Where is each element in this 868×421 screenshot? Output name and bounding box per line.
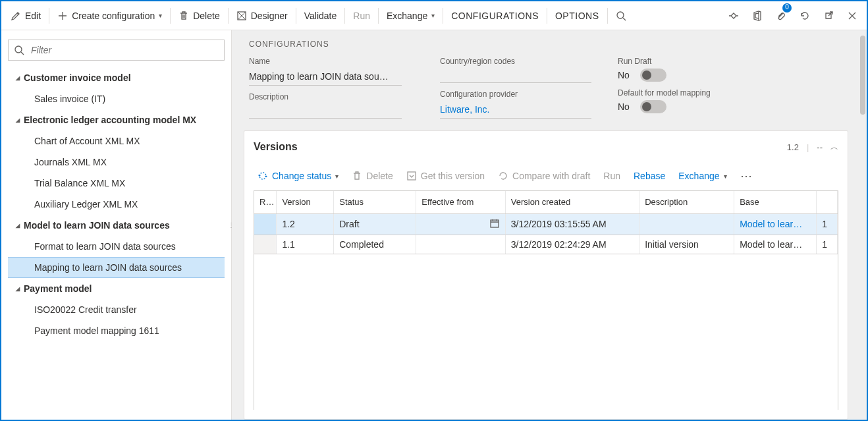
tree-label: Customer invoice model — [24, 72, 131, 83]
office-button[interactable] — [746, 1, 769, 30]
cell-effective[interactable] — [416, 213, 506, 235]
office-icon — [752, 11, 763, 21]
tree-parent[interactable]: ◢Customer invoice model — [8, 67, 225, 88]
tree-child[interactable]: Mapping to learn JOIN data sources — [8, 257, 225, 278]
name-value[interactable]: Mapping to learn JOIN data sou… — [249, 69, 402, 86]
tree-child[interactable]: Journals XML MX — [8, 152, 225, 173]
tree-child[interactable]: Sales invoice (IT) — [8, 88, 225, 109]
rebase-button[interactable]: Rebase — [628, 168, 670, 184]
tree-child[interactable]: Auxiliary Ledger XML MX — [8, 194, 225, 215]
description-value[interactable] — [249, 104, 402, 119]
trash-icon — [178, 11, 189, 21]
caret-icon: ◢ — [12, 223, 24, 229]
tree-parent[interactable]: ◢Electronic ledger accounting model MX — [8, 109, 225, 130]
column-header[interactable]: Status — [334, 191, 416, 213]
tree-label: Auxiliary Ledger XML MX — [34, 199, 138, 210]
default-mapping-toggle[interactable] — [640, 100, 666, 113]
column-header[interactable]: Effective from — [416, 191, 506, 213]
cell-description — [639, 213, 734, 235]
svg-rect-4 — [491, 220, 499, 227]
configurations-menu[interactable]: CONFIGURATIONS — [445, 1, 545, 30]
cell-r — [254, 213, 277, 235]
exchange-button[interactable]: Exchange ▾ — [380, 1, 441, 30]
tree-child[interactable]: Trial Balance XML MX — [8, 173, 225, 194]
run-draft-field: Run Draft No — [618, 57, 789, 82]
caret-icon: ◢ — [12, 117, 24, 123]
cell-base: Model to lear… — [734, 235, 817, 254]
default-mapping-field: Default for model mapping No — [618, 88, 789, 113]
delete-button[interactable]: Delete — [172, 1, 226, 30]
run-button: Run — [346, 1, 377, 30]
cell-version: 1.2 — [277, 213, 334, 235]
section-title: CONFIGURATIONS — [249, 40, 855, 49]
chevron-down-icon: ▾ — [159, 12, 162, 19]
tree-label: Trial Balance XML MX — [34, 178, 125, 188]
column-header[interactable]: Version created — [505, 191, 639, 213]
table-row[interactable]: 1.1Completed3/12/2019 02:24:29 AMInitial… — [254, 235, 838, 254]
more-button[interactable]: ⋯ — [735, 169, 759, 183]
diamond-link-icon — [728, 11, 739, 21]
table-row[interactable]: 1.2Draft3/12/2019 03:15:55 AMModel to le… — [254, 213, 838, 235]
caret-icon: ◢ — [12, 75, 24, 81]
tree-label: ISO20022 Credit transfer — [34, 304, 137, 315]
tree-child[interactable]: Payment model mapping 1611 — [8, 320, 225, 341]
designer-icon — [236, 11, 247, 21]
version-exchange-button[interactable]: Exchange ▾ — [673, 168, 732, 184]
provider-link[interactable]: Litware, Inc. — [440, 101, 591, 119]
column-header[interactable] — [817, 191, 838, 213]
svg-point-1 — [617, 12, 624, 18]
validate-button[interactable]: Validate — [298, 1, 344, 30]
tree-child[interactable]: Chart of Account XML MX — [8, 130, 225, 152]
cell-basev: 1 — [817, 213, 838, 235]
refresh-icon — [800, 11, 810, 21]
tree-label: Payment model mapping 1611 — [34, 325, 159, 336]
versions-toolbar: Change status ▾ Delete Get this version … — [244, 163, 848, 190]
country-field: Country/region codes — [440, 57, 591, 83]
edit-button[interactable]: Edit — [4, 1, 47, 30]
pencil-icon — [11, 11, 21, 21]
filter-box[interactable] — [8, 40, 225, 61]
options-menu[interactable]: OPTIONS — [549, 1, 606, 30]
scrollbar[interactable] — [859, 36, 865, 420]
run-draft-toggle[interactable] — [640, 69, 666, 82]
versions-grid: R…VersionStatusEffective fromVersion cre… — [254, 190, 838, 410]
attachments-badge: 0 — [782, 3, 792, 13]
tree-child[interactable]: Format to learn JOIN data sources — [8, 236, 225, 257]
column-header[interactable]: Base — [734, 191, 817, 213]
chevron-down-icon: ▾ — [724, 173, 727, 180]
column-header[interactable]: Version — [277, 191, 334, 213]
country-value[interactable] — [440, 69, 591, 83]
tree-label: Journals XML MX — [34, 157, 107, 167]
connector-icon-button[interactable] — [722, 1, 746, 30]
tree-label: Chart of Account XML MX — [34, 136, 140, 146]
designer-button[interactable]: Designer — [230, 1, 294, 30]
create-configuration-button[interactable]: Create configuration ▾ — [51, 1, 169, 30]
name-field: Name Mapping to learn JOIN data sou… — [249, 57, 414, 86]
versions-panel: Versions 1.2 | -- ︿ Change status ▾ Dele… — [244, 130, 848, 420]
popout-button[interactable] — [817, 1, 840, 30]
versions-dash: -- — [817, 142, 823, 152]
splitter-handle[interactable]: ⋮ — [228, 224, 234, 227]
column-header[interactable]: Description — [639, 191, 734, 213]
tree-parent[interactable]: ◢Model to learn JOIN data sources — [8, 215, 225, 236]
search-button[interactable] — [609, 1, 633, 30]
cell-base[interactable]: Model to lear… — [734, 213, 817, 235]
change-status-button[interactable]: Change status ▾ — [252, 168, 344, 184]
cell-effective[interactable] — [416, 235, 506, 254]
cycle-icon — [258, 171, 268, 181]
filter-input[interactable] — [30, 44, 219, 56]
tree-parent[interactable]: ◢Payment model — [8, 278, 225, 299]
tree-child[interactable]: ISO20022 Credit transfer — [8, 299, 225, 320]
refresh-button[interactable] — [793, 1, 817, 30]
collapse-icon[interactable]: ︿ — [830, 142, 838, 153]
trash-icon — [352, 171, 362, 181]
close-button[interactable] — [840, 1, 864, 30]
plus-icon — [57, 11, 68, 21]
attachments-button[interactable]: 0 — [769, 1, 793, 30]
column-header[interactable]: R… — [254, 191, 277, 213]
svg-point-2 — [15, 46, 22, 53]
default-mapping-value: No — [618, 101, 630, 112]
main-content: ◢Customer invoice modelSales invoice (IT… — [1, 30, 867, 420]
cell-description: Initial version — [639, 235, 734, 254]
cell-created: 3/12/2019 03:15:55 AM — [505, 213, 639, 235]
